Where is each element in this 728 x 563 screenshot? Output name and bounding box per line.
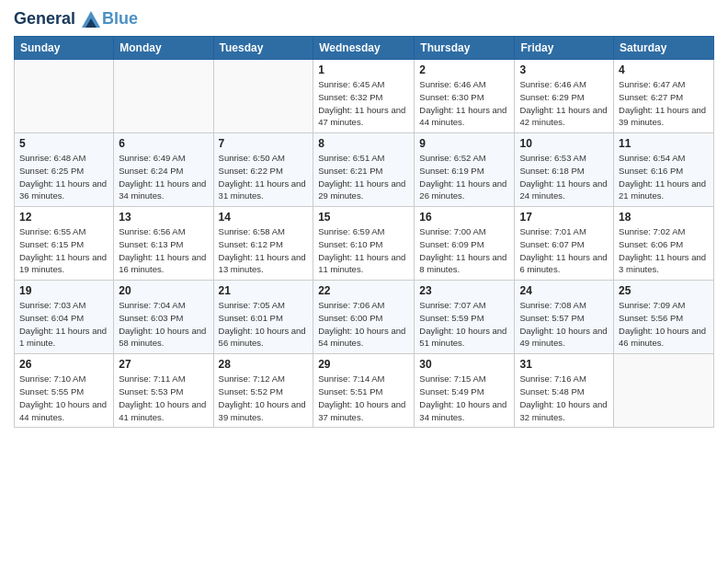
day-number: 2 [419, 63, 509, 76]
calendar-cell: 7Sunrise: 6:50 AMSunset: 6:22 PMDaylight… [213, 133, 313, 207]
calendar-cell: 4Sunrise: 6:47 AMSunset: 6:27 PMDaylight… [614, 60, 714, 133]
calendar-cell: 18Sunrise: 7:02 AMSunset: 6:06 PMDayligh… [614, 207, 714, 281]
day-info: Sunrise: 7:12 AMSunset: 5:52 PMDaylight:… [219, 373, 309, 423]
calendar-cell: 16Sunrise: 7:00 AMSunset: 6:09 PMDayligh… [415, 207, 515, 281]
weekday-row: SundayMondayTuesdayWednesdayThursdayFrid… [15, 37, 714, 60]
weekday-header-monday: Monday [114, 37, 213, 60]
day-info: Sunrise: 7:07 AMSunset: 5:59 PMDaylight:… [419, 299, 509, 350]
day-number: 22 [318, 284, 409, 297]
header: General Blue [14, 9, 714, 29]
calendar-header: SundayMondayTuesdayWednesdayThursdayFrid… [15, 37, 714, 60]
calendar-cell: 26Sunrise: 7:10 AMSunset: 5:55 PMDayligh… [15, 354, 114, 428]
day-number: 12 [19, 211, 108, 224]
day-number: 4 [619, 63, 709, 76]
calendar-cell: 12Sunrise: 6:55 AMSunset: 6:15 PMDayligh… [15, 207, 114, 281]
calendar-cell: 21Sunrise: 7:05 AMSunset: 6:01 PMDayligh… [213, 281, 313, 354]
day-info: Sunrise: 7:15 AMSunset: 5:49 PMDaylight:… [419, 373, 509, 423]
calendar-cell: 30Sunrise: 7:15 AMSunset: 5:49 PMDayligh… [415, 354, 515, 428]
day-number: 26 [19, 358, 108, 371]
calendar-cell [15, 60, 114, 133]
day-info: Sunrise: 6:53 AMSunset: 6:18 PMDaylight:… [519, 152, 609, 202]
day-number: 16 [419, 211, 509, 224]
day-info: Sunrise: 7:00 AMSunset: 6:09 PMDaylight:… [419, 225, 509, 276]
calendar-body: 1Sunrise: 6:45 AMSunset: 6:32 PMDaylight… [15, 60, 714, 428]
calendar-cell [114, 60, 213, 133]
logo-blue: Blue [102, 9, 138, 29]
day-info: Sunrise: 6:54 AMSunset: 6:16 PMDaylight:… [619, 152, 709, 202]
calendar-cell: 28Sunrise: 7:12 AMSunset: 5:52 PMDayligh… [213, 354, 313, 428]
weekday-header-saturday: Saturday [614, 37, 714, 60]
calendar-cell [213, 60, 313, 133]
day-number: 11 [619, 137, 709, 150]
day-number: 17 [519, 211, 609, 224]
day-number: 14 [219, 211, 309, 224]
day-info: Sunrise: 6:55 AMSunset: 6:15 PMDaylight:… [19, 225, 108, 276]
day-number: 20 [119, 284, 208, 297]
calendar-cell: 1Sunrise: 6:45 AMSunset: 6:32 PMDaylight… [313, 60, 415, 133]
calendar-week-1: 1Sunrise: 6:45 AMSunset: 6:32 PMDaylight… [15, 60, 714, 133]
day-info: Sunrise: 6:46 AMSunset: 6:29 PMDaylight:… [519, 78, 609, 129]
calendar-cell: 10Sunrise: 6:53 AMSunset: 6:18 PMDayligh… [515, 133, 614, 207]
day-number: 18 [619, 211, 709, 224]
weekday-header-sunday: Sunday [15, 37, 114, 60]
calendar-week-3: 12Sunrise: 6:55 AMSunset: 6:15 PMDayligh… [15, 207, 714, 281]
day-number: 24 [519, 284, 609, 297]
day-number: 31 [519, 358, 609, 371]
calendar-cell: 2Sunrise: 6:46 AMSunset: 6:30 PMDaylight… [415, 60, 515, 133]
day-number: 29 [318, 358, 409, 371]
day-info: Sunrise: 7:05 AMSunset: 6:01 PMDaylight:… [219, 299, 309, 350]
day-number: 21 [219, 284, 309, 297]
day-info: Sunrise: 7:08 AMSunset: 5:57 PMDaylight:… [519, 299, 609, 350]
day-info: Sunrise: 6:48 AMSunset: 6:25 PMDaylight:… [19, 152, 108, 202]
calendar-cell: 19Sunrise: 7:03 AMSunset: 6:04 PMDayligh… [15, 281, 114, 354]
day-number: 5 [19, 137, 108, 150]
day-number: 30 [419, 358, 509, 371]
calendar-week-4: 19Sunrise: 7:03 AMSunset: 6:04 PMDayligh… [15, 281, 714, 354]
day-info: Sunrise: 6:51 AMSunset: 6:21 PMDaylight:… [318, 152, 409, 202]
logo-icon [82, 11, 100, 28]
day-info: Sunrise: 6:46 AMSunset: 6:30 PMDaylight:… [419, 78, 509, 129]
calendar-cell: 5Sunrise: 6:48 AMSunset: 6:25 PMDaylight… [15, 133, 114, 207]
day-number: 13 [119, 211, 208, 224]
day-number: 9 [419, 137, 509, 150]
weekday-header-tuesday: Tuesday [213, 37, 313, 60]
calendar-cell: 14Sunrise: 6:58 AMSunset: 6:12 PMDayligh… [213, 207, 313, 281]
day-number: 6 [119, 137, 208, 150]
calendar-cell: 24Sunrise: 7:08 AMSunset: 5:57 PMDayligh… [515, 281, 614, 354]
day-number: 27 [119, 358, 208, 371]
calendar-cell: 3Sunrise: 6:46 AMSunset: 6:29 PMDaylight… [515, 60, 614, 133]
calendar-cell: 25Sunrise: 7:09 AMSunset: 5:56 PMDayligh… [614, 281, 714, 354]
calendar-cell: 9Sunrise: 6:52 AMSunset: 6:19 PMDaylight… [415, 133, 515, 207]
calendar-cell: 13Sunrise: 6:56 AMSunset: 6:13 PMDayligh… [114, 207, 213, 281]
weekday-header-wednesday: Wednesday [313, 37, 415, 60]
day-info: Sunrise: 7:16 AMSunset: 5:48 PMDaylight:… [519, 373, 609, 423]
calendar-cell: 23Sunrise: 7:07 AMSunset: 5:59 PMDayligh… [415, 281, 515, 354]
day-info: Sunrise: 7:03 AMSunset: 6:04 PMDaylight:… [19, 299, 108, 350]
day-info: Sunrise: 7:11 AMSunset: 5:53 PMDaylight:… [119, 373, 208, 423]
day-info: Sunrise: 6:49 AMSunset: 6:24 PMDaylight:… [119, 152, 208, 202]
calendar-cell: 27Sunrise: 7:11 AMSunset: 5:53 PMDayligh… [114, 354, 213, 428]
calendar-week-5: 26Sunrise: 7:10 AMSunset: 5:55 PMDayligh… [15, 354, 714, 428]
day-info: Sunrise: 7:10 AMSunset: 5:55 PMDaylight:… [19, 373, 108, 423]
day-number: 1 [318, 63, 409, 76]
calendar-week-2: 5Sunrise: 6:48 AMSunset: 6:25 PMDaylight… [15, 133, 714, 207]
day-info: Sunrise: 7:09 AMSunset: 5:56 PMDaylight:… [619, 299, 709, 350]
day-info: Sunrise: 7:14 AMSunset: 5:51 PMDaylight:… [318, 373, 409, 423]
day-info: Sunrise: 6:52 AMSunset: 6:19 PMDaylight:… [419, 152, 509, 202]
weekday-header-friday: Friday [515, 37, 614, 60]
day-number: 15 [318, 211, 409, 224]
calendar-cell: 22Sunrise: 7:06 AMSunset: 6:00 PMDayligh… [313, 281, 415, 354]
day-info: Sunrise: 6:58 AMSunset: 6:12 PMDaylight:… [219, 225, 309, 276]
day-number: 23 [419, 284, 509, 297]
logo-general: General [14, 9, 75, 28]
day-number: 25 [619, 284, 709, 297]
day-info: Sunrise: 7:01 AMSunset: 6:07 PMDaylight:… [519, 225, 609, 276]
day-info: Sunrise: 6:56 AMSunset: 6:13 PMDaylight:… [119, 225, 208, 276]
day-info: Sunrise: 6:59 AMSunset: 6:10 PMDaylight:… [318, 225, 409, 276]
day-number: 3 [519, 63, 609, 76]
calendar-cell: 15Sunrise: 6:59 AMSunset: 6:10 PMDayligh… [313, 207, 415, 281]
calendar-cell: 11Sunrise: 6:54 AMSunset: 6:16 PMDayligh… [614, 133, 714, 207]
calendar-cell: 20Sunrise: 7:04 AMSunset: 6:03 PMDayligh… [114, 281, 213, 354]
day-info: Sunrise: 6:50 AMSunset: 6:22 PMDaylight:… [219, 152, 309, 202]
day-number: 28 [219, 358, 309, 371]
